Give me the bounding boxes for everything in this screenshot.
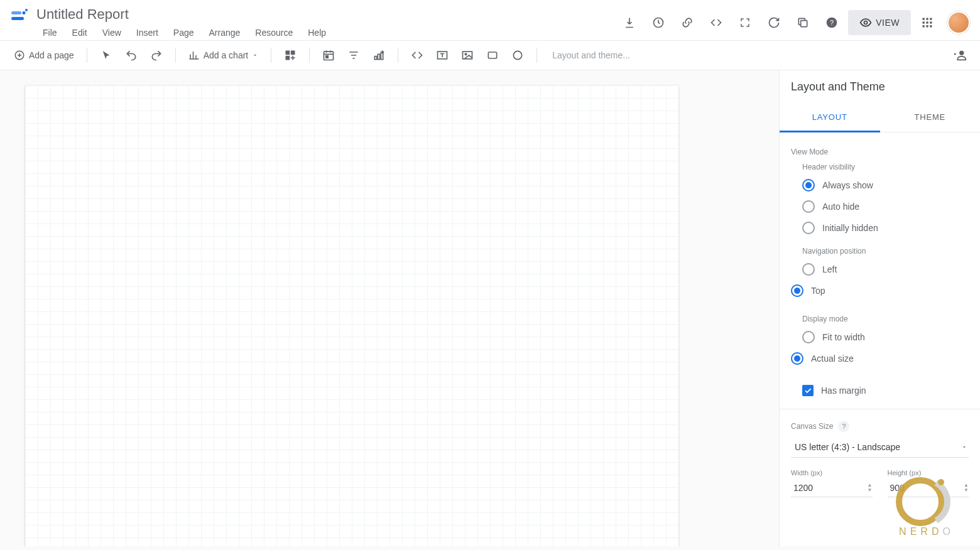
redo-icon[interactable] bbox=[145, 44, 168, 67]
radio-auto-hide[interactable]: Auto hide bbox=[802, 200, 969, 213]
menu-help[interactable]: Help bbox=[302, 25, 332, 40]
circle-shape-icon[interactable] bbox=[506, 44, 529, 67]
divider bbox=[780, 409, 980, 409]
radio-icon bbox=[802, 331, 815, 343]
svg-point-32 bbox=[959, 51, 964, 55]
svg-rect-23 bbox=[326, 56, 328, 58]
menu-insert[interactable]: Insert bbox=[130, 25, 165, 40]
svg-rect-19 bbox=[286, 51, 290, 55]
svg-rect-2 bbox=[11, 17, 24, 20]
refresh-schedule-icon[interactable] bbox=[646, 10, 671, 35]
svg-rect-15 bbox=[923, 25, 925, 27]
avatar[interactable] bbox=[947, 11, 970, 34]
svg-rect-9 bbox=[923, 18, 925, 20]
height-input[interactable]: 900 ▲▼ bbox=[888, 479, 969, 497]
text-box-icon[interactable] bbox=[431, 44, 454, 67]
svg-point-29 bbox=[465, 53, 467, 55]
date-range-icon[interactable] bbox=[317, 44, 340, 67]
radio-nav-left[interactable]: Left bbox=[802, 263, 888, 276]
svg-point-1 bbox=[23, 11, 26, 14]
apps-grid-icon[interactable] bbox=[915, 10, 940, 35]
help-badge-icon[interactable]: ? bbox=[838, 421, 849, 432]
link-icon[interactable] bbox=[675, 10, 700, 35]
radio-icon bbox=[802, 200, 815, 213]
separator bbox=[309, 48, 310, 63]
svg-point-3 bbox=[25, 9, 28, 11]
image-icon[interactable] bbox=[456, 44, 479, 67]
tab-layout[interactable]: LAYOUT bbox=[780, 104, 880, 132]
filter-control-icon[interactable] bbox=[342, 44, 365, 67]
add-chart-button[interactable]: Add a chart bbox=[183, 44, 264, 67]
width-label: Width (px) bbox=[791, 469, 873, 477]
refresh-icon[interactable] bbox=[761, 10, 787, 35]
label-display-mode: Display mode bbox=[802, 315, 969, 323]
layout-theme-placeholder: Layout and theme... bbox=[552, 50, 630, 60]
width-input[interactable]: 1200 ▲▼ bbox=[791, 479, 873, 497]
stepper-icon[interactable]: ▲▼ bbox=[964, 483, 969, 493]
svg-rect-14 bbox=[930, 21, 932, 23]
add-page-label: Add a page bbox=[29, 50, 74, 60]
checkbox-has-margin[interactable]: Has margin bbox=[802, 385, 969, 396]
menu-resource[interactable]: Resource bbox=[249, 25, 299, 40]
section-canvas-size: Canvas Size bbox=[791, 422, 833, 431]
separator bbox=[87, 48, 87, 63]
menu-edit[interactable]: Edit bbox=[66, 25, 94, 40]
canvas-area[interactable] bbox=[0, 70, 779, 546]
menu-file[interactable]: File bbox=[36, 25, 63, 40]
fullscreen-icon[interactable] bbox=[732, 10, 758, 35]
radio-initially-hidden[interactable]: Initially hidden bbox=[802, 222, 969, 234]
radio-label: Auto hide bbox=[822, 202, 859, 212]
svg-rect-10 bbox=[926, 18, 928, 20]
separator bbox=[398, 48, 398, 63]
side-panel: Layout and Theme LAYOUT THEME View Mode … bbox=[779, 70, 980, 546]
svg-rect-16 bbox=[926, 25, 928, 27]
separator bbox=[271, 48, 271, 63]
embed-icon[interactable] bbox=[704, 10, 729, 35]
community-visualizations-icon[interactable] bbox=[279, 44, 302, 67]
radio-label: Always show bbox=[822, 180, 873, 190]
download-icon[interactable] bbox=[617, 10, 642, 35]
rectangle-shape-icon[interactable] bbox=[481, 44, 504, 67]
toolbar: Add a page Add a chart Layout and theme.… bbox=[0, 40, 980, 70]
add-people-icon[interactable] bbox=[949, 44, 971, 67]
svg-rect-13 bbox=[926, 21, 928, 23]
svg-rect-24 bbox=[375, 57, 377, 60]
caret-down-icon bbox=[961, 444, 967, 450]
add-page-button[interactable]: Add a page bbox=[9, 44, 79, 67]
selection-tool-icon[interactable] bbox=[95, 44, 117, 67]
undo-icon[interactable] bbox=[120, 44, 143, 67]
radio-always-show[interactable]: Always show bbox=[802, 179, 969, 191]
menu-page[interactable]: Page bbox=[167, 25, 200, 40]
height-value: 900 bbox=[890, 483, 905, 493]
menu-arrange[interactable]: Arrange bbox=[203, 25, 247, 40]
tab-theme[interactable]: THEME bbox=[880, 104, 981, 132]
svg-rect-25 bbox=[378, 54, 380, 59]
separator bbox=[175, 48, 176, 63]
plus-circle-icon bbox=[14, 50, 25, 61]
radio-actual-size[interactable]: Actual size bbox=[791, 352, 876, 365]
report-canvas[interactable] bbox=[25, 85, 678, 546]
help-icon[interactable]: ? bbox=[819, 10, 844, 35]
radio-nav-top[interactable]: Top bbox=[791, 284, 876, 297]
app-logo[interactable] bbox=[8, 5, 30, 28]
svg-rect-5 bbox=[801, 21, 807, 27]
menu-view[interactable]: View bbox=[96, 25, 128, 40]
view-button[interactable]: VIEW bbox=[848, 10, 911, 35]
stepper-icon[interactable]: ▲▼ bbox=[868, 483, 873, 493]
radio-icon bbox=[802, 179, 815, 191]
label-header-visibility: Header visibility bbox=[802, 163, 969, 171]
radio-label: Actual size bbox=[811, 353, 854, 364]
radio-fit-width[interactable]: Fit to width bbox=[802, 331, 888, 343]
radio-icon bbox=[791, 352, 803, 365]
svg-rect-28 bbox=[463, 51, 472, 59]
canvas-preset-value: US letter (4:3) - Landscape bbox=[795, 442, 900, 452]
radio-icon bbox=[791, 284, 803, 297]
height-label: Height (px) bbox=[888, 469, 969, 477]
label-navigation-position: Navigation position bbox=[802, 247, 969, 256]
canvas-preset-select[interactable]: US letter (4:3) - Landscape bbox=[791, 434, 969, 458]
svg-rect-17 bbox=[930, 25, 932, 27]
document-title[interactable]: Untitled Report bbox=[36, 5, 617, 25]
copy-icon[interactable] bbox=[790, 10, 815, 35]
data-control-icon[interactable] bbox=[368, 44, 390, 67]
url-embed-icon[interactable] bbox=[406, 44, 428, 67]
